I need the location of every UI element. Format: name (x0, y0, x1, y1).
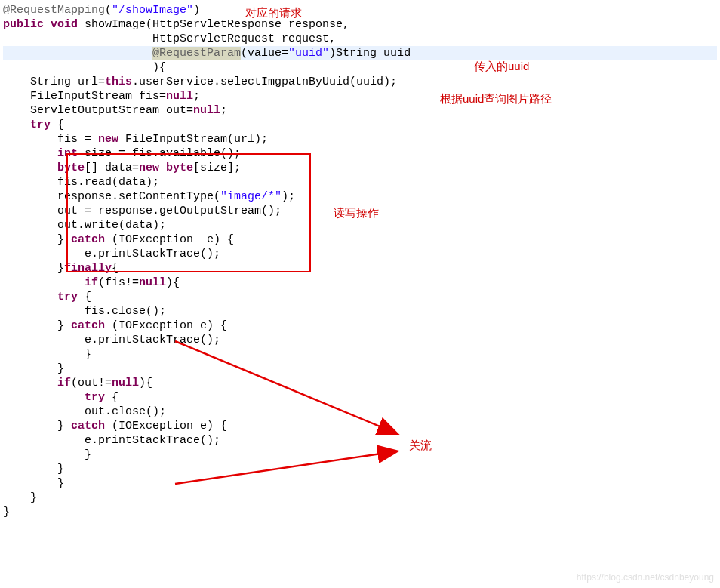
code-line: } (3, 463, 64, 476)
code-line: String url=this.userService.selectImgpat… (3, 75, 397, 88)
code-line: response.setContentType("image/*"); (3, 190, 295, 203)
code-line: out.close(); (3, 405, 166, 418)
code-line: out = response.getOutputStream(); (3, 205, 282, 217)
code-line: fis.read(data); (3, 176, 159, 189)
code-line: FileInputStream fis=null; (3, 90, 200, 103)
code-line: ServletOutputStream out=null; (3, 104, 227, 117)
code-line: try { (3, 291, 91, 303)
code-line: } catch (IOException e) { (3, 420, 227, 433)
code-line: if(out!=null){ (3, 377, 152, 389)
annotation-text: 对应的请求 (245, 5, 302, 20)
code-line: byte[] data=new byte[size]; (3, 162, 241, 174)
code-line: e.printStackTrace(); (3, 334, 220, 346)
annotation-text: 传入的uuid (474, 59, 529, 73)
code-line: } (3, 477, 64, 490)
annotation-text: 根据uuid查询图片路径 (440, 91, 552, 106)
code-line: HttpServletRequest request, (3, 32, 336, 45)
code-line: public void showImage(HttpServletRespons… (3, 18, 349, 31)
code-line: e.printStackTrace(); (3, 248, 220, 260)
code-line: if(fis!=null){ (3, 276, 180, 289)
code-line: } (3, 491, 37, 504)
code-line: } catch (IOException e) { (3, 319, 227, 332)
code-line: e.printStackTrace(); (3, 434, 220, 447)
annotation-text: 读写操作 (334, 205, 379, 220)
code-line: out.write(data); (3, 219, 166, 232)
code-line: try { (3, 119, 64, 131)
code-block: @RequestMapping("/showImage") public voi… (3, 3, 717, 519)
code-line: int size = fis.available(); (3, 147, 241, 160)
code-line: } (3, 448, 91, 461)
code-line: ){ (3, 61, 166, 74)
code-line: } (3, 348, 91, 361)
annotation-text: 关流 (409, 438, 432, 452)
code-line: fis = new FileInputStream(url); (3, 133, 268, 146)
code-line: } (3, 506, 10, 519)
code-line-highlighted: @RequestParam(value="uuid")String uuid (3, 46, 717, 60)
watermark-text: https://blog.csdn.net/csdnbeyoung (577, 571, 714, 585)
code-line: fis.close(); (3, 305, 166, 318)
code-line: }finally{ (3, 262, 118, 275)
code-line: } (3, 362, 64, 375)
code-line: try { (3, 391, 118, 404)
code-line: } catch (IOException e) { (3, 233, 234, 246)
code-line: @RequestMapping("/showImage") (3, 4, 200, 17)
